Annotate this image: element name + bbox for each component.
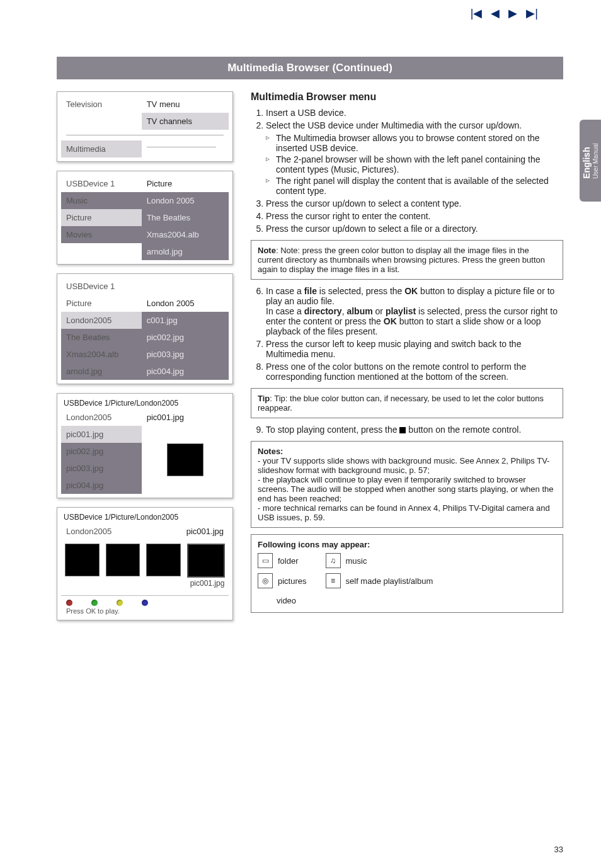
thumb-3 [146, 544, 181, 576]
right-text-column: Multimedia Browser menu Insert a USB dev… [251, 91, 563, 620]
p3-r1: London 2005 [142, 295, 229, 312]
p2-r0: Picture [142, 175, 229, 192]
thumb-1 [65, 544, 100, 576]
step-6: In case a file is selected, press the OK… [266, 286, 563, 336]
p2-r4: arnold.jpg [142, 243, 229, 260]
step-8: Press one of the color buttons on the re… [266, 362, 563, 382]
color-button-row: Press OK to play. [61, 595, 229, 616]
nav-next-icon[interactable]: ▶ [508, 6, 517, 20]
notes-item-3: - more technical remarks can be found in… [258, 503, 556, 522]
notes-item-1: - your TV supports slide shows with back… [258, 456, 556, 475]
panel-thumbnail-view: USBDevice 1/Picture/London2005 London200… [57, 507, 233, 620]
notes-box: Notes: - your TV supports slide shows wi… [251, 441, 563, 528]
pdf-nav-strip: |◀ ◀ ▶ ▶| [471, 6, 538, 20]
page-number: 33 [554, 845, 563, 854]
panel-usb-level2: USBDevice 1 PictureLondon 2005 London200… [57, 273, 233, 384]
p5-hl: London2005 [61, 523, 142, 540]
panel-usb-level1: USBDevice 1Picture MusicLondon 2005 Pict… [57, 171, 233, 265]
step-2: Select the USB device under Multimedia w… [266, 120, 563, 196]
p2-r2: The Beatles [142, 209, 229, 226]
language-tab: EnglishUser Manual [580, 120, 601, 202]
thumb-2 [106, 544, 140, 576]
playlist-label: self made playlist/album [346, 576, 433, 586]
thumb-selected [187, 544, 225, 578]
step-3: Press the cursor up/down to select a con… [266, 198, 563, 208]
manual-label: User Manual [592, 143, 599, 179]
panel1-row0-right2: TV channels [142, 113, 229, 130]
panel1-row1-left: Multimedia [61, 140, 142, 157]
p4-l1: pic001.jpg [61, 426, 142, 443]
step-2-sub-3: The right panel will display the content… [266, 176, 563, 196]
p3-l2: London2005 [61, 312, 142, 329]
note-box: Note: Note: press the green color button… [251, 240, 563, 280]
pictures-label: pictures [278, 576, 307, 586]
tip-text: Tip: the blue color button can, if neces… [258, 394, 544, 413]
p3-l3: The Beatles [61, 329, 142, 346]
page: |◀ ◀ ▶ ▶| Multimedia Browser (Continued)… [0, 0, 601, 868]
music-icon: ♫ [326, 553, 341, 568]
left-illustrations-column: Television TV menu TV channels Multimedi… [57, 91, 233, 620]
folder-icon: ▭ [258, 553, 273, 568]
folder-label: folder [278, 556, 299, 566]
step-4: Press the cursor right to enter the cont… [266, 211, 563, 221]
music-label: music [346, 556, 367, 566]
section-title-bar: Multimedia Browser (Continued) [57, 57, 563, 79]
playlist-icon: ≡ [326, 573, 341, 588]
p2-l2: Picture [61, 209, 142, 226]
p2-l3: Movies [61, 226, 142, 243]
p3-r2: c001.jpg [142, 312, 229, 329]
step-9: To stop playing content, press the butto… [266, 425, 563, 435]
press-ok-label: Press OK to play. [66, 607, 120, 615]
step-1: Insert a USB device. [266, 108, 563, 118]
p5-title: USBDevice 1/Picture/London2005 [61, 511, 229, 523]
p2-l0: USBDevice 1 [61, 175, 142, 192]
p2-r3: Xmas2004.alb [142, 226, 229, 243]
p4-l0: London2005 [61, 409, 142, 426]
tip-box: Tip: Tip: the blue color button can, if … [251, 388, 563, 418]
panel1-row0-right1: TV menu [142, 96, 229, 113]
p3-r0 [142, 278, 229, 295]
video-label: video [277, 596, 296, 605]
red-dot-icon [66, 600, 72, 606]
p4-l2: pic002.jpg [61, 443, 142, 460]
thumb-caption: pic001.jpg [188, 579, 225, 588]
p4-l3: pic003.jpg [61, 460, 142, 477]
p3-l4: Xmas2004.alb [61, 346, 142, 363]
p3-r5: pic004.jpg [142, 363, 229, 380]
p4-r0: pic001.jpg [142, 409, 229, 426]
panel-usb-level3: USBDevice 1/Picture/London2005 London200… [57, 393, 233, 498]
step-5: Press the cursor up/down to select a fil… [266, 224, 563, 234]
p3-l5: arnold.jpg [61, 363, 142, 380]
yellow-dot-icon [117, 600, 123, 606]
p3-r3: pic002.jpg [142, 329, 229, 346]
p4-title: USBDevice 1/Picture/London2005 [61, 397, 229, 409]
nav-prev-icon[interactable]: ◀ [491, 6, 500, 20]
step-2-sub-2: The 2-panel browser will be shown with t… [266, 154, 563, 174]
nav-first-icon[interactable]: |◀ [471, 6, 483, 20]
icons-title: Following icons may appear: [258, 540, 370, 549]
panel1-row0-left: Television [61, 96, 142, 113]
section-heading: Multimedia Browser menu [251, 91, 563, 103]
p5-hr: pic001.jpg [142, 523, 229, 540]
p3-l1: Picture [61, 295, 142, 312]
language-name: English [581, 147, 592, 179]
step-7: Press the cursor left to keep music play… [266, 339, 563, 359]
icons-box: Following icons may appear: ▭folder ◎pic… [251, 534, 563, 613]
p3-r4: pic003.jpg [142, 346, 229, 363]
blue-dot-icon [142, 600, 148, 606]
pictures-icon: ◎ [258, 573, 273, 588]
nav-last-icon[interactable]: ▶| [526, 6, 538, 20]
notes-title: Notes: [258, 447, 283, 456]
panel-tv-multimedia: Television TV menu TV channels Multimedi… [57, 91, 233, 162]
p4-preview-thumb [167, 443, 203, 476]
stop-square-icon [399, 427, 406, 433]
green-dot-icon [91, 600, 98, 606]
video-icon [258, 593, 272, 607]
p4-l4: pic004.jpg [61, 477, 142, 494]
p3-l0: USBDevice 1 [61, 278, 142, 295]
note-text: Note: Note: press the green color button… [258, 246, 545, 274]
p2-l1: Music [61, 192, 142, 209]
notes-item-2: - the playback will continue to play eve… [258, 475, 556, 503]
step-2-sub-1: The Multimedia browser allows you to bro… [266, 133, 563, 153]
p2-r1: London 2005 [142, 192, 229, 209]
